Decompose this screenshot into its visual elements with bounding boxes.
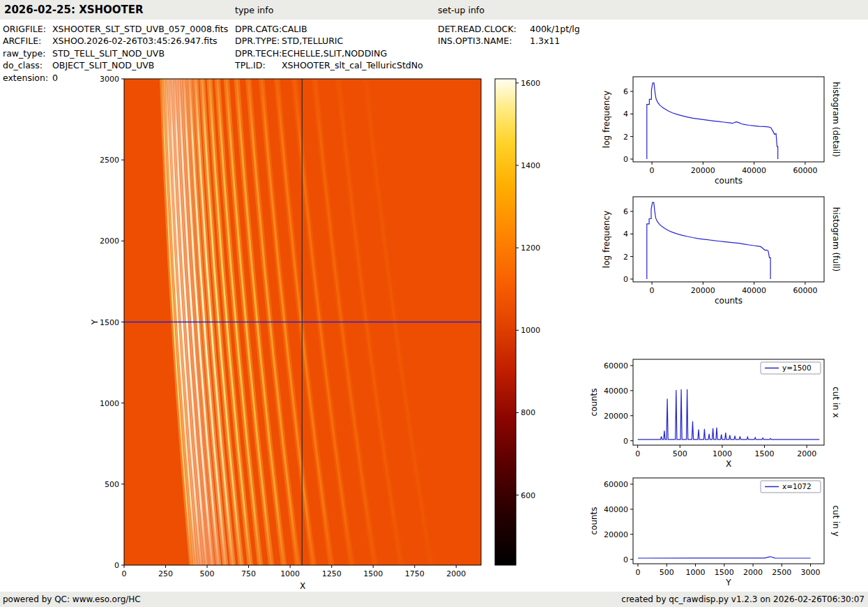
svg-text:counts: counts <box>715 176 743 186</box>
svg-text:histogram (full): histogram (full) <box>831 207 841 272</box>
svg-text:40000: 40000 <box>742 166 766 175</box>
svg-text:1600: 1600 <box>521 79 540 88</box>
svg-text:counts: counts <box>589 388 599 416</box>
svg-text:60000: 60000 <box>793 166 817 175</box>
svg-text:cut in y: cut in y <box>831 505 841 537</box>
svg-text:60000: 60000 <box>604 480 628 489</box>
svg-text:0: 0 <box>635 449 640 458</box>
meta-row: DPR.TYPE:STD,TELLURIC <box>235 35 423 47</box>
svg-text:log frequency: log frequency <box>602 211 611 268</box>
svg-text:40000: 40000 <box>742 286 766 295</box>
svg-text:500: 500 <box>200 569 215 578</box>
main-image-plot: 0250500750100012501500175020000500100015… <box>78 68 489 601</box>
header-bar: 2026-02-25: XSHOOTER type info set-up in… <box>0 0 868 20</box>
meta-value: STD,TELLURIC <box>282 36 343 46</box>
svg-text:6: 6 <box>623 87 628 96</box>
meta-value: CALIB <box>282 24 307 34</box>
qc-report-page: 2026-02-25: XSHOOTER type info set-up in… <box>0 0 868 607</box>
meta-row: DET.READ.CLOCK:400k/1pt/lg <box>438 23 580 35</box>
svg-text:2000: 2000 <box>743 568 763 577</box>
svg-text:2000: 2000 <box>100 237 119 246</box>
svg-text:1200: 1200 <box>521 243 540 253</box>
svg-text:0: 0 <box>623 275 628 284</box>
svg-text:Y: Y <box>90 319 100 325</box>
svg-text:2500: 2500 <box>100 156 119 165</box>
svg-text:600: 600 <box>521 491 535 500</box>
meta-label: ORIGFILE: <box>3 23 52 35</box>
svg-text:2: 2 <box>623 133 628 142</box>
svg-text:Y: Y <box>725 578 731 587</box>
meta-label: DET.READ.CLOCK: <box>438 23 530 35</box>
svg-text:0: 0 <box>623 555 628 564</box>
meta-label: raw_type: <box>3 47 52 59</box>
meta-value: XSHOO.2026-02-26T03:45:26.947.fits <box>52 36 218 46</box>
svg-text:x=1072: x=1072 <box>782 482 812 490</box>
histogram-full-plot: 02000040000600000246countslog frequencyh… <box>587 186 849 315</box>
cut-in-x-plot: 05001000150020000200004000060000Xcountsc… <box>587 348 849 479</box>
svg-text:500: 500 <box>660 568 674 577</box>
footer-credit: powered by QC: www.eso.org/HC <box>3 594 141 604</box>
svg-text:60000: 60000 <box>604 361 628 370</box>
svg-text:60000: 60000 <box>793 286 817 295</box>
meta-row: DPR.CATG:CALIB <box>235 23 423 35</box>
svg-text:1500: 1500 <box>100 318 119 327</box>
meta-value: ECHELLE,SLIT,NODDING <box>282 48 387 59</box>
svg-text:20000: 20000 <box>604 530 628 539</box>
svg-text:1500: 1500 <box>715 568 734 577</box>
svg-text:1500: 1500 <box>755 449 775 458</box>
meta-value: 0 <box>52 73 58 83</box>
svg-text:1000: 1000 <box>713 449 732 458</box>
svg-text:0: 0 <box>623 437 628 446</box>
svg-text:1400: 1400 <box>521 161 540 170</box>
meta-col-setup: DET.READ.CLOCK:400k/1pt/lgINS.OPTI3.NAME… <box>438 23 580 47</box>
svg-text:4: 4 <box>623 230 628 239</box>
svg-text:2000: 2000 <box>797 449 816 458</box>
svg-text:0: 0 <box>114 561 119 570</box>
svg-text:4: 4 <box>623 110 628 119</box>
svg-text:2: 2 <box>623 253 628 262</box>
svg-text:0: 0 <box>650 286 655 295</box>
svg-text:3000: 3000 <box>801 568 821 577</box>
svg-text:40000: 40000 <box>604 387 628 396</box>
meta-value: STD_TELL_SLIT_NOD_UVB <box>52 48 165 59</box>
meta-col-type: DPR.CATG:CALIBDPR.TYPE:STD,TELLURICDPR.T… <box>235 23 423 72</box>
svg-text:histogram (detail): histogram (detail) <box>831 82 841 157</box>
svg-text:1000: 1000 <box>686 568 706 577</box>
svg-text:log frequency: log frequency <box>602 91 611 148</box>
svg-text:500: 500 <box>673 449 687 458</box>
footer-created: created by qc_rawdisp.py v1.2.3 on 2026-… <box>621 594 865 604</box>
svg-text:40000: 40000 <box>604 505 628 514</box>
footer-bar: powered by QC: www.eso.org/HC created by… <box>0 592 868 607</box>
meta-label: DPR.TYPE: <box>235 35 282 47</box>
setup-info-label: set-up info <box>438 5 485 15</box>
meta-row: ORIGFILE:XSHOOTER_SLT_STD_UVB_057_0008.f… <box>3 23 228 35</box>
meta-label: extension: <box>3 72 52 84</box>
svg-text:3000: 3000 <box>100 75 119 84</box>
histogram-detail-plot: 02000040000600000246countslog frequencyh… <box>587 66 849 195</box>
svg-text:2500: 2500 <box>772 568 791 577</box>
svg-text:750: 750 <box>241 569 256 578</box>
page-title: 2026-02-25: XSHOOTER <box>4 3 144 16</box>
meta-row: raw_type:STD_TELL_SLIT_NOD_UVB <box>3 47 228 59</box>
svg-text:1000: 1000 <box>521 326 540 335</box>
svg-text:2000: 2000 <box>446 569 466 578</box>
svg-text:1000: 1000 <box>100 399 119 408</box>
svg-text:0: 0 <box>650 166 655 175</box>
meta-label: INS.OPTI3.NAME: <box>438 35 530 47</box>
svg-text:250: 250 <box>158 569 173 578</box>
colorbar: 6008001000120014001600 <box>491 68 556 579</box>
cut-in-y-plot: 0500100015002000250030000200004000060000… <box>587 467 849 592</box>
svg-text:0: 0 <box>122 569 127 578</box>
svg-text:1250: 1250 <box>322 569 342 578</box>
svg-text:800: 800 <box>521 408 535 417</box>
meta-label: DPR.TECH: <box>235 47 282 59</box>
type-info-label: type info <box>235 5 273 15</box>
svg-text:6: 6 <box>623 207 628 216</box>
meta-label: DPR.CATG: <box>235 23 282 35</box>
svg-text:20000: 20000 <box>691 286 715 295</box>
svg-text:0: 0 <box>636 568 641 577</box>
meta-row: DPR.TECH:ECHELLE,SLIT,NODDING <box>235 47 423 59</box>
svg-text:1000: 1000 <box>280 569 300 578</box>
svg-text:counts: counts <box>589 507 599 534</box>
svg-text:0: 0 <box>623 155 628 164</box>
